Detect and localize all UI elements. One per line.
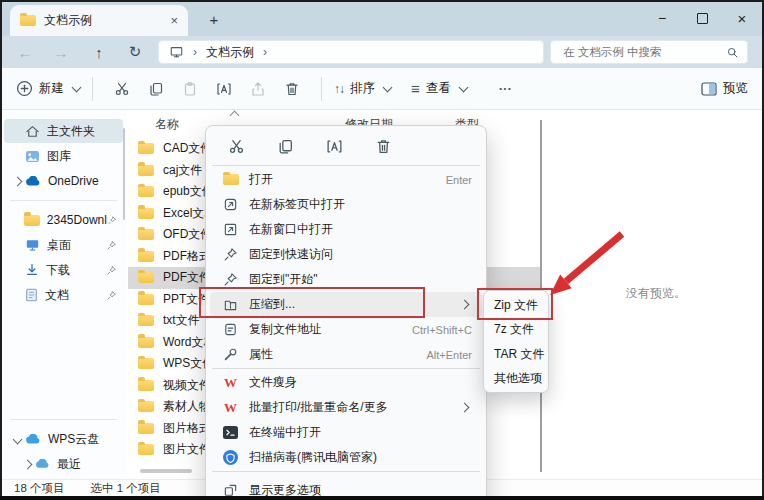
sidebar-item-label: OneDrive <box>48 174 99 188</box>
sort-button[interactable]: ↑↓ 排序 <box>334 80 391 97</box>
sidebar-item-downloads[interactable]: 下载 <box>4 258 123 282</box>
title-bar: 文档示例 × + − × <box>0 0 764 36</box>
sidebar-separator <box>10 419 117 420</box>
pin-icon <box>106 240 117 251</box>
command-toolbar: 新建 <box>0 68 764 110</box>
open-folder-icon <box>222 171 239 188</box>
preview-pane: 没有预览。 <box>548 110 764 481</box>
sidebar-item-desktop[interactable]: 桌面 <box>4 233 123 257</box>
close-button[interactable]: × <box>722 2 762 34</box>
up-button[interactable]: ↑ <box>84 36 114 68</box>
sidebar-item-label: 最近 <box>57 456 81 473</box>
share-icon <box>250 81 266 97</box>
toolbar-separator <box>321 77 322 101</box>
menu-item-label: 属性 <box>249 346 273 363</box>
terminal-icon <box>222 424 239 441</box>
chevron-down-icon <box>458 82 468 92</box>
sidebar-item-home[interactable]: 主文件夹 <box>4 119 123 143</box>
folder-icon <box>138 229 154 240</box>
menu-item-label: 复制文件地址 <box>249 321 321 338</box>
cut-icon <box>114 81 130 97</box>
sidebar-item-wps-cloud[interactable]: WPS云盘 <box>4 427 123 451</box>
new-button[interactable]: 新建 <box>16 80 80 97</box>
show-more-icon <box>222 482 239 499</box>
menu-item-open-new-window[interactable]: 在新窗口中打开 <box>210 217 482 242</box>
folder-icon <box>138 444 154 455</box>
cut-button[interactable] <box>105 74 139 104</box>
folder-icon <box>138 186 154 197</box>
paste-button[interactable] <box>173 74 207 104</box>
search-input[interactable] <box>561 45 726 59</box>
new-tab-button[interactable]: + <box>202 8 226 30</box>
context-menu-quick-actions <box>206 128 486 164</box>
chevron-down-icon <box>72 82 82 92</box>
copy-button[interactable] <box>273 134 297 158</box>
menu-item-pin-quick-access[interactable]: 固定到快速访问 <box>210 242 482 267</box>
ellipsis-icon: ••• <box>499 84 512 93</box>
view-button[interactable]: ≡ 查看 <box>411 80 467 97</box>
breadcrumb[interactable]: › 文档示例 › <box>158 40 544 64</box>
delete-button[interactable] <box>275 74 309 104</box>
submenu-item-tar[interactable]: TAR 文件 <box>484 342 548 367</box>
submenu-item-other[interactable]: 其他选项 <box>484 367 548 392</box>
menu-item-label: 在新标签页中打开 <box>249 196 345 213</box>
chevron-right-icon: › <box>263 45 267 59</box>
context-menu: 打开 Enter 在新标签页中打开 在新窗口中打开 固定到快速访问 固定到" <box>205 125 487 500</box>
sidebar-item-recent[interactable]: 最近 <box>4 452 123 476</box>
menu-item-open[interactable]: 打开 Enter <box>210 167 482 192</box>
delete-button[interactable] <box>371 134 395 158</box>
folder-icon <box>138 294 154 305</box>
sidebar-scrollbar[interactable] <box>123 128 125 220</box>
menu-item-open-terminal[interactable]: 在终端中打开 <box>210 420 482 445</box>
menu-item-label: 在新窗口中打开 <box>249 221 333 238</box>
chevron-right-icon <box>13 176 23 186</box>
sidebar-item-2345download[interactable]: 2345Downlo <box>4 208 123 232</box>
menu-item-pin-start[interactable]: 固定到"开始" <box>210 267 482 292</box>
more-options-button[interactable]: ••• <box>489 74 523 104</box>
document-icon <box>25 288 38 302</box>
rename-button[interactable] <box>207 74 241 104</box>
menu-item-label: 固定到"开始" <box>249 271 318 288</box>
sidebar-item-gallery[interactable]: 图库 <box>4 144 123 168</box>
menu-item-wps-slim[interactable]: W 文件瘦身 <box>210 370 482 395</box>
preview-pane-icon <box>701 82 717 96</box>
copy-button[interactable] <box>139 74 173 104</box>
horizontal-scrollbar[interactable] <box>140 469 192 473</box>
wrench-icon <box>222 346 239 363</box>
copy-icon <box>277 138 294 155</box>
sidebar-item-documents[interactable]: 文档 <box>4 283 123 307</box>
tab-close-icon[interactable]: × <box>170 14 178 27</box>
menu-item-scan-virus[interactable]: 扫描病毒(腾讯电脑管家) <box>210 445 482 470</box>
folder-icon <box>138 143 154 154</box>
folder-icon <box>138 423 154 434</box>
folder-icon <box>138 165 154 176</box>
wps-icon: W <box>222 374 239 391</box>
file-name: 图片格式 <box>163 420 211 437</box>
menu-item-compress-to[interactable]: 压缩到... <box>210 292 482 317</box>
folder-icon <box>138 272 154 283</box>
rename-button[interactable] <box>322 134 346 158</box>
sidebar-item-onedrive[interactable]: OneDrive <box>4 169 123 193</box>
submenu-item-7z[interactable]: 7z 文件 <box>484 318 548 343</box>
folder-icon <box>138 337 154 348</box>
refresh-button[interactable]: ↻ <box>120 36 150 68</box>
menu-item-copy-path[interactable]: 复制文件地址 Ctrl+Shift+C <box>210 317 482 342</box>
back-button[interactable]: ← <box>10 36 40 68</box>
file-explorer-window: 文档示例 × + − × ← → ↑ ↻ › 文档示例 › <box>0 0 764 500</box>
menu-item-show-more-options[interactable]: 显示更多选项 <box>210 478 482 500</box>
minimize-button[interactable]: − <box>642 2 682 34</box>
maximize-button[interactable] <box>682 2 722 34</box>
share-button[interactable] <box>241 74 275 104</box>
menu-item-properties[interactable]: 属性 Alt+Enter <box>210 342 482 367</box>
preview-toggle-button[interactable]: 预览 <box>701 80 748 97</box>
breadcrumb-item[interactable]: 文档示例 <box>206 44 254 61</box>
menu-item-open-new-tab[interactable]: 在新标签页中打开 <box>210 192 482 217</box>
search-box[interactable] <box>550 40 748 64</box>
menu-item-wps-batch[interactable]: W 批量打印/批量重命名/更多 <box>210 395 482 420</box>
forward-button[interactable]: → <box>46 36 76 68</box>
submenu-item-zip[interactable]: Zip 文件 <box>484 293 548 318</box>
menu-item-label: 文件瘦身 <box>249 374 297 391</box>
explorer-tab[interactable]: 文档示例 × <box>10 5 188 36</box>
cut-button[interactable] <box>224 134 248 158</box>
column-header-name[interactable]: 名称 <box>155 116 179 133</box>
